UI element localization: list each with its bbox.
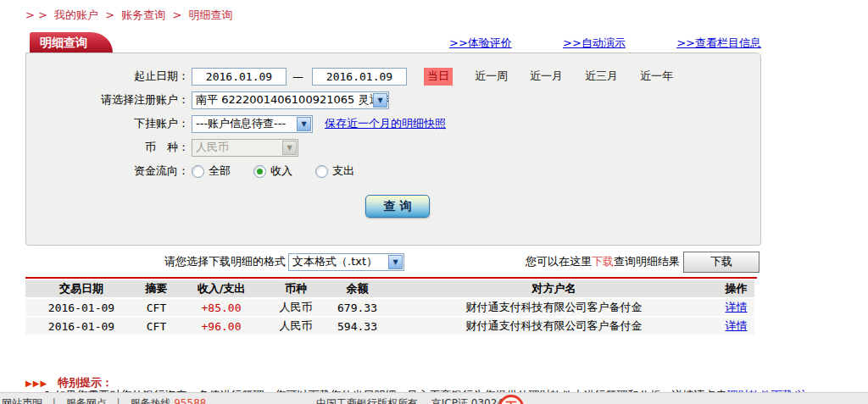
chevron-down-icon: ▼	[373, 93, 387, 108]
radio-unchecked-icon[interactable]	[192, 165, 204, 178]
footer-bar: 网站声明 | 服务网点 | 服务热线 95588 中国工商银行版权所有 京ICP…	[0, 392, 868, 404]
range-week-button[interactable]: 近一周	[475, 69, 508, 84]
date-dash: —	[292, 70, 303, 83]
view-column-info-link[interactable]: >>查看栏目信息	[676, 36, 761, 51]
breadcrumb-item-account-query[interactable]: 账务查询	[121, 8, 165, 21]
download-hint-highlight: 下载	[592, 255, 614, 268]
flow-option-all[interactable]: 全部	[192, 163, 231, 179]
auto-demo-link[interactable]: >>自动演示	[563, 36, 626, 51]
header-amount: 收入/支出	[175, 281, 267, 296]
breadcrumb-separator: >	[172, 8, 181, 21]
radio-checked-icon[interactable]	[253, 165, 266, 178]
download-format-value: 文本格式（.txt）	[292, 254, 377, 269]
cell-currency: 人民币	[267, 318, 325, 334]
sub-account-select[interactable]: ---账户信息待查--- ▼	[192, 115, 313, 133]
radio-unchecked-icon[interactable]	[315, 165, 328, 178]
tab-detail-query: 明细查询	[30, 32, 113, 53]
footer-service-outlets-link[interactable]: 服务网点	[66, 397, 107, 404]
download-format-label: 请您选择下载明细的格式	[164, 254, 286, 269]
header-summary: 摘要	[137, 281, 175, 296]
date-range-label: 起止日期：	[26, 69, 189, 84]
table-header-row: 交易日期 摘要 收入/支出 币种 余额 对方户名 操作	[25, 280, 754, 297]
registered-account-label: 请选择注册账户：	[26, 92, 189, 108]
chevron-down-icon: ▼	[297, 117, 311, 131]
footer-hotline-number: 95588	[174, 397, 206, 404]
download-row: 请您选择下载明细的格式 文本格式（.txt） ▼ 您可以在这里下载查询明细结果 …	[25, 251, 760, 273]
red-divider	[25, 277, 757, 279]
range-today-button[interactable]: 当日	[424, 68, 453, 86]
save-month-snapshot-link[interactable]: 保存近一个月的明细快照	[325, 116, 446, 131]
header-action: 操作	[718, 281, 754, 296]
cell-summary: CFT	[137, 320, 175, 333]
cell-amount: +96.00	[175, 320, 267, 333]
breadcrumb: > > 我的账户 > 账务查询 > 明细查询	[25, 8, 236, 23]
experience-review-link[interactable]: >>体验评价	[449, 36, 512, 51]
footer-links: 网站声明 | 服务网点 | 服务热线 95588	[2, 396, 206, 404]
start-date-input[interactable]	[192, 68, 287, 86]
header-counterparty: 对方户名	[390, 281, 718, 296]
header-balance: 余额	[325, 281, 390, 296]
download-hint-prefix: 您可以在这里	[526, 255, 592, 268]
currency-row: 币 种： 人民币 ▼	[26, 136, 760, 159]
table-row: 2016-01-09 CFT +96.00 人民币 594.33 财付通支付科技…	[25, 318, 754, 335]
flow-option-expense[interactable]: 支出	[315, 163, 354, 179]
sub-account-label: 下挂账户：	[26, 116, 189, 131]
footer-copyright: 中国工商银行版权所有 京ICP证 030247号	[316, 396, 520, 404]
fund-flow-label: 资金流向：	[26, 163, 189, 179]
flow-option-all-label: 全部	[209, 163, 231, 179]
chevron-down-icon: ▼	[388, 255, 403, 269]
footer-separator: |	[53, 397, 56, 404]
query-button[interactable]: 查 询	[365, 195, 430, 218]
date-range-row: 起止日期： — 当日 近一周 近一月 近三月 近一年	[26, 64, 760, 88]
download-hint: 您可以在这里下载查询明细结果	[526, 254, 680, 269]
detail-query-page: > > 我的账户 > 账务查询 > 明细查询 明细查询 >>体验评价 >>自动演…	[0, 0, 868, 404]
chevron-down-icon: ▼	[282, 141, 297, 155]
range-year-button[interactable]: 近一年	[640, 69, 673, 84]
detail-link[interactable]: 详情	[718, 300, 754, 315]
copyright-text: 中国工商银行版权所有	[316, 397, 418, 404]
cell-trade-date: 2016-01-09	[25, 302, 137, 314]
flow-option-expense-label: 支出	[332, 163, 354, 179]
transactions-table: 交易日期 摘要 收入/支出 币种 余额 对方户名 操作 2016-01-09 C…	[25, 280, 754, 336]
currency-select: 人民币 ▼	[192, 139, 298, 157]
download-format-select[interactable]: 文本格式（.txt） ▼	[288, 253, 404, 271]
footer-separator: |	[117, 397, 120, 404]
query-form-panel: 起止日期： — 当日 近一周 近一月 近三月 近一年 请选择注册账户： 南平 6…	[25, 53, 761, 246]
breadcrumb-separator: >	[105, 8, 114, 21]
table-row: 2016-01-09 CFT +85.00 人民币 679.33 财付通支付科技…	[25, 299, 754, 316]
cell-counterparty: 财付通支付科技有限公司客户备付金	[390, 300, 718, 315]
download-button[interactable]: 下载	[683, 252, 760, 273]
query-button-row: 查 询	[26, 195, 760, 218]
sub-account-row: 下挂账户： ---账户信息待查--- ▼ 保存近一个月的明细快照	[26, 112, 760, 136]
download-hint-suffix: 查询明细结果	[614, 255, 680, 268]
end-date-input[interactable]	[312, 68, 407, 86]
registered-account-value: 南平 6222001406100921065 灵通卡	[196, 92, 389, 108]
flow-option-income-label: 收入	[270, 163, 292, 179]
breadcrumb-item-detail-query[interactable]: 明细查询	[188, 8, 232, 21]
currency-label: 币 种：	[26, 140, 189, 155]
registered-account-select[interactable]: 南平 6222001406100921065 灵通卡 ▼	[192, 91, 389, 109]
range-quarter-button[interactable]: 近三月	[585, 69, 618, 84]
header-currency: 币种	[267, 281, 325, 296]
cell-counterparty: 财付通支付科技有限公司客户备付金	[390, 318, 718, 334]
breadcrumb-item-my-account[interactable]: 我的账户	[54, 8, 98, 21]
footer-site-statement-link[interactable]: 网站声明	[2, 397, 42, 404]
detail-link[interactable]: 详情	[718, 318, 754, 334]
cell-trade-date: 2016-01-09	[25, 320, 137, 333]
fund-flow-row: 资金流向： 全部 收入 支出	[26, 159, 760, 183]
top-links: >>体验评价 >>自动演示 >>查看栏目信息	[449, 36, 761, 51]
breadcrumb-prefix: > >	[25, 8, 47, 21]
cell-currency: 人民币	[267, 300, 325, 315]
registered-account-row: 请选择注册账户： 南平 6222001406100921065 灵通卡 ▼	[26, 88, 760, 112]
currency-value: 人民币	[196, 140, 229, 155]
cell-balance: 679.33	[325, 302, 390, 314]
flow-option-income[interactable]: 收入	[253, 163, 292, 179]
cell-summary: CFT	[137, 302, 175, 314]
header-trade-date: 交易日期	[25, 281, 137, 296]
cell-amount: +85.00	[175, 302, 267, 314]
range-month-button[interactable]: 近一月	[530, 69, 563, 84]
cell-balance: 594.33	[325, 320, 390, 333]
footer-service-hotline-label: 服务热线	[130, 397, 170, 404]
sub-account-value: ---账户信息待查---	[196, 116, 286, 131]
triple-arrow-icon: ▶▶▶	[25, 379, 47, 388]
